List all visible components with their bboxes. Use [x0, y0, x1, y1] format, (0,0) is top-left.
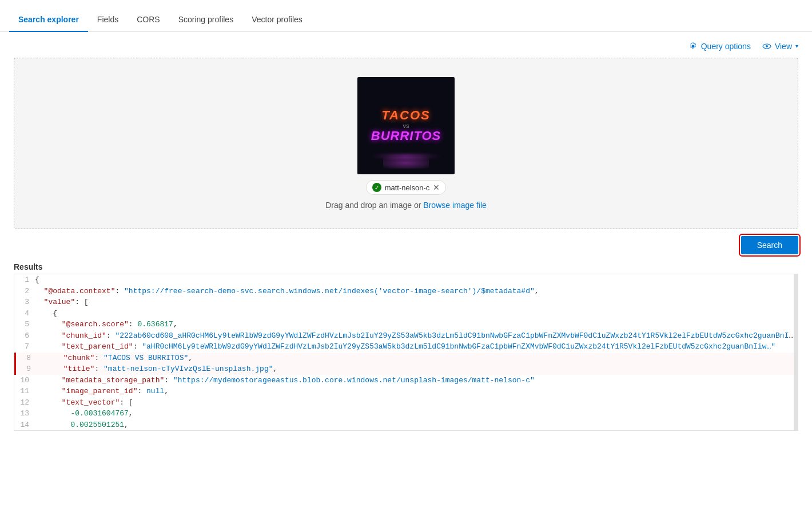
svg-point-1 — [766, 45, 768, 47]
table-row: 11 "image_parent_id": null, — [14, 386, 798, 397]
table-row: 3 "value": [ — [14, 297, 798, 308]
image-preview-container: TACOS vs BURRITOS ✓ matt-nelson-c ✕ — [357, 77, 455, 195]
drop-zone[interactable]: TACOS vs BURRITOS ✓ matt-nelson-c ✕ Drag… — [14, 58, 798, 229]
results-section: Results 1 { 2 "@odata.context": "https:/… — [14, 262, 798, 431]
query-options-label: Query options — [701, 42, 751, 51]
table-row: 2 "@odata.context": "https://free-search… — [14, 286, 798, 297]
table-row: 8 "chunk": "TACOS VS BURRITOS", — [14, 353, 798, 364]
query-options-button[interactable]: Query options — [688, 41, 751, 51]
file-chip: ✓ matt-nelson-c ✕ — [366, 180, 447, 195]
table-row: 1 { — [14, 274, 798, 286]
results-label: Results — [14, 262, 798, 271]
check-icon: ✓ — [372, 183, 381, 192]
table-row: 7 "text_parent_id": "aHR0cHM6Ly9teWRlbW9… — [14, 341, 798, 353]
view-icon — [762, 41, 771, 51]
code-block-wrapper: 1 { 2 "@odata.context": "https://free-se… — [14, 274, 798, 431]
drop-instruction: Drag and drop an image or Browse image f… — [325, 201, 487, 210]
tab-vector-profiles[interactable]: Vector profiles — [242, 8, 312, 32]
search-button[interactable]: Search — [741, 236, 798, 254]
table-row: 10 "metadata_storage_path": "https://myd… — [14, 375, 798, 386]
table-row: 4 { — [14, 308, 798, 319]
toolbar: Query options View ▾ — [14, 41, 798, 51]
file-name: matt-nelson-c — [385, 183, 430, 192]
code-block: 1 { 2 "@odata.context": "https://free-se… — [14, 274, 798, 431]
view-label: View — [775, 42, 792, 51]
table-row: 12 "text_vector": [ — [14, 397, 798, 409]
gear-icon — [688, 41, 698, 51]
search-button-row: Search — [14, 236, 798, 254]
tabs-bar: Search explorer Fields CORS Scoring prof… — [0, 0, 812, 32]
table-row: 5 "@search.score": 0.636817, — [14, 319, 798, 330]
main-content: Query options View ▾ TACOS vs BUR — [0, 32, 812, 440]
scrollbar[interactable] — [794, 274, 798, 431]
remove-file-button[interactable]: ✕ — [433, 183, 440, 192]
browse-link[interactable]: Browse image file — [423, 201, 487, 210]
table-row: 9 "title": "matt-nelson-cTyVIvzQslE-unsp… — [14, 363, 798, 375]
view-button[interactable]: View ▾ — [762, 41, 798, 51]
table-row: 13 -0.0031604767, — [14, 408, 798, 419]
uploaded-image: TACOS vs BURRITOS — [357, 77, 455, 174]
tab-search-explorer[interactable]: Search explorer — [9, 8, 88, 32]
tab-scoring-profiles[interactable]: Scoring profiles — [169, 8, 243, 32]
table-row: 14 0.0025501251, — [14, 419, 798, 431]
chevron-down-icon: ▾ — [795, 43, 798, 49]
tab-fields[interactable]: Fields — [88, 8, 128, 32]
table-row: 6 "chunk_id": "222ab60cd608_aHR0cHM6Ly9t… — [14, 330, 798, 342]
tab-cors[interactable]: CORS — [128, 8, 169, 32]
